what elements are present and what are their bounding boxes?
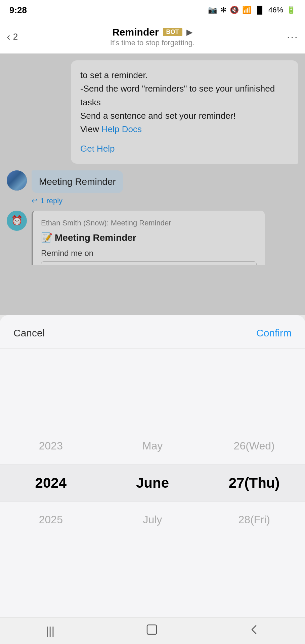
home-nav-button[interactable] xyxy=(146,624,158,638)
bot-message-container: to set a reminder. -Send the word "remin… xyxy=(7,60,298,164)
reminder-card-container: ⏰ Ethan Smith (Snow): Meeting Reminder 📝… xyxy=(7,211,298,265)
bot-icon-avatar: ⏰ xyxy=(7,211,27,231)
user-avatar xyxy=(7,170,27,191)
bot-text-1: to set a reminder. xyxy=(80,70,148,80)
year-column: 2023 2024 2025 xyxy=(0,348,102,617)
nav-title-row: Reminder BOT ▶ xyxy=(112,26,192,38)
reminder-card: Ethan Smith (Snow): Meeting Reminder 📝Me… xyxy=(32,211,265,265)
nav-back-button[interactable]: ‹ 2 xyxy=(7,31,18,43)
user-message-text: Meeting Reminder xyxy=(39,176,116,187)
month-column: May June July xyxy=(102,348,204,617)
day-item-26[interactable]: 26(Wed) xyxy=(203,428,305,465)
more-options-button[interactable]: ··· xyxy=(287,30,298,43)
svg-rect-0 xyxy=(147,625,157,634)
status-icons: 📷 ✻ 🔇 📶 ▐▌ 46% 🔋 xyxy=(208,6,296,14)
day-column: 26(Wed) 27(Thu) 28(Fri) xyxy=(203,348,305,617)
month-item-june[interactable]: June xyxy=(102,465,204,501)
remind-me-label: Remind me on xyxy=(41,249,257,258)
back-chevron-icon: ‹ xyxy=(7,31,10,43)
user-message-bubble: Meeting Reminder xyxy=(32,170,123,193)
signal-icon: ▐▌ xyxy=(255,6,265,14)
year-item-2023[interactable]: 2023 xyxy=(0,428,102,465)
help-docs-link[interactable]: Help Docs xyxy=(101,124,142,134)
avatar-image xyxy=(7,170,27,191)
month-item-july[interactable]: July xyxy=(102,501,204,538)
bot-badge: BOT xyxy=(163,28,182,36)
bottom-nav: ||| xyxy=(0,617,305,644)
camera-icon: 📷 xyxy=(208,6,217,14)
reply-count: 1 reply xyxy=(40,197,62,205)
status-bar: 9:28 📷 ✻ 🔇 📶 ▐▌ 46% 🔋 xyxy=(0,0,305,20)
status-time: 9:28 xyxy=(9,5,27,15)
picker-confirm-button[interactable]: Confirm xyxy=(256,327,292,339)
chat-area: to set a reminder. -Send the word "remin… xyxy=(0,54,305,265)
menu-nav-button[interactable]: ||| xyxy=(46,624,55,637)
pencil-icon: 📝 xyxy=(41,232,53,243)
view-text: View xyxy=(80,124,101,134)
wifi-icon: 📶 xyxy=(242,6,251,14)
month-item-may[interactable]: May xyxy=(102,428,204,465)
day-item-28[interactable]: 28(Fri) xyxy=(203,501,305,538)
nav-subtitle: It's time to stop forgetting. xyxy=(110,39,194,47)
play-icon: ▶ xyxy=(186,28,192,37)
bot-text-3: Send a sentence and set your reminder! xyxy=(80,111,236,121)
year-item-2024[interactable]: 2024 xyxy=(0,465,102,501)
reminder-card-quote: Ethan Smith (Snow): Meeting Reminder xyxy=(41,219,257,227)
bot-message-bubble: to set a reminder. -Send the word "remin… xyxy=(71,60,298,164)
date-input-row[interactable]: Choose 📅 xyxy=(41,261,257,265)
picker-cancel-button[interactable]: Cancel xyxy=(13,327,45,339)
date-picker-overlay: Cancel Confirm 2023 2024 2025 May June J… xyxy=(0,315,305,617)
user-message-container: Meeting Reminder xyxy=(7,170,298,193)
nav-title-area: Reminder BOT ▶ It's time to stop forgett… xyxy=(18,26,287,47)
picker-columns: 2023 2024 2025 May June July 26(Wed) 27(… xyxy=(0,348,305,617)
mute-icon: 🔇 xyxy=(230,6,239,14)
nav-back-count: 2 xyxy=(13,32,18,42)
year-item-2025[interactable]: 2025 xyxy=(0,501,102,538)
bluetooth-icon: ✻ xyxy=(220,6,226,14)
day-item-27[interactable]: 27(Thu) xyxy=(203,465,305,501)
battery-text: 46% xyxy=(268,6,283,14)
get-help-link[interactable]: Get Help xyxy=(80,142,289,155)
picker-header: Cancel Confirm xyxy=(0,315,305,348)
reply-arrow-icon: ↩ xyxy=(32,197,38,205)
reminder-card-title: 📝Meeting Reminder xyxy=(41,232,257,243)
bot-text-2: -Send the word "reminders" to see your u… xyxy=(80,84,275,107)
reply-indicator[interactable]: ↩ 1 reply xyxy=(7,197,298,205)
nav-bar: ‹ 2 Reminder BOT ▶ It's time to stop for… xyxy=(0,20,305,54)
alarm-icon: ⏰ xyxy=(11,215,23,226)
nav-title: Reminder xyxy=(112,26,159,38)
back-nav-button[interactable] xyxy=(249,624,259,638)
battery-icon: 🔋 xyxy=(287,6,296,14)
